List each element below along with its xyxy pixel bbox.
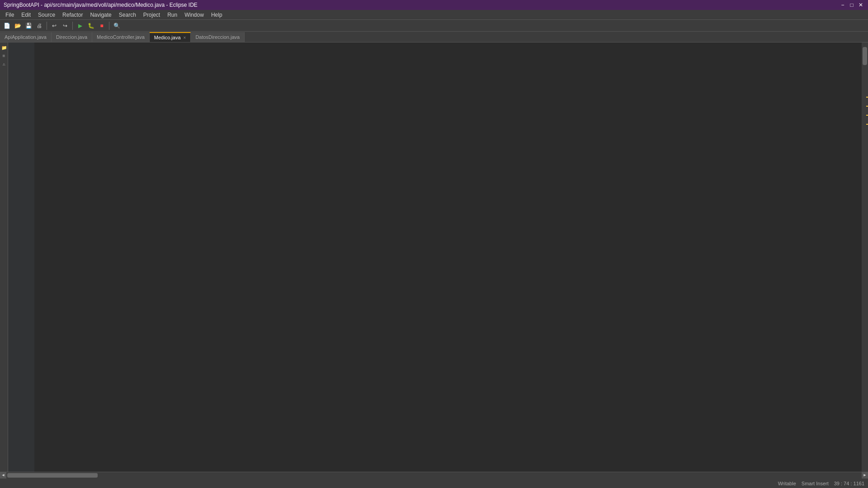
tab-ApiApplication-java[interactable]: ApiApplication.java [0,32,52,42]
status-bar: Writable Smart Insert 39 : 74 : 1161 [0,478,868,488]
code-editor[interactable] [34,42,862,472]
scroll-mark-warning-4 [866,124,868,125]
redo-button[interactable]: ↪ [60,21,70,31]
window-title: SpringBootAPI - api/src/main/java/med/vo… [4,2,198,8]
writable-status: Writable [778,481,796,486]
sidebar-package-explorer-icon[interactable]: 📁 [0,44,8,52]
tab-MedicoController-java[interactable]: MedicoController.java [92,32,150,42]
menu-item-window[interactable]: Window [181,11,208,19]
tab-bar: ApiApplication.javaDireccion.javaMedicoC… [0,32,868,42]
sidebar-outline-icon[interactable]: ≡ [0,52,8,60]
scroll-left-button[interactable]: ◀ [0,472,6,479]
horizontal-scrollbar[interactable]: ◀ ▶ [0,472,868,478]
toolbar-separator-3 [109,22,109,30]
menu-bar: FileEditSourceRefactorNavigateSearchProj… [0,10,868,20]
open-button[interactable]: 📂 [13,21,23,31]
debug-button[interactable]: 🐛 [86,21,96,31]
scrollbar-track[interactable] [6,472,862,479]
menu-item-navigate[interactable]: Navigate [86,11,115,19]
title-bar: SpringBootAPI - api/src/main/java/med/vo… [0,0,868,10]
tab-Direccion-java[interactable]: Direccion.java [52,32,92,42]
menu-item-search[interactable]: Search [115,11,140,19]
scroll-mark-warning-3 [866,115,868,116]
print-button[interactable]: 🖨 [34,21,44,31]
tab-DatosDireccion-java[interactable]: DatosDireccion.java [191,32,245,42]
sidebar-problems-icon[interactable]: ⚠ [0,61,8,68]
search-toolbar-button[interactable]: 🔍 [112,21,122,31]
toolbar-separator-2 [72,22,73,30]
status-right: Writable Smart Insert 39 : 74 : 1161 [778,481,864,486]
main-area: 📁 ≡ ⚠ [0,42,868,472]
new-button[interactable]: 📄 [2,21,12,31]
maximize-button[interactable]: □ [848,1,855,9]
position-status: 39 : 74 : 1161 [834,481,864,486]
vertical-scrollbar[interactable] [862,42,868,472]
menu-item-file[interactable]: File [2,11,18,19]
scroll-right-button[interactable]: ▶ [862,472,868,479]
menu-item-project[interactable]: Project [140,11,164,19]
tab-close-3[interactable]: × [184,35,186,40]
left-sidebar: 📁 ≡ ⚠ [0,42,8,472]
undo-button[interactable]: ↩ [49,21,59,31]
menu-item-edit[interactable]: Edit [18,11,34,19]
scroll-mark-warning-1 [866,97,868,98]
indicator-area [8,42,16,472]
minimize-button[interactable]: − [839,1,846,9]
line-numbers [16,42,34,472]
menu-item-refactor[interactable]: Refactor [59,11,86,19]
save-button[interactable]: 💾 [24,21,33,31]
close-button[interactable]: ✕ [857,1,864,9]
scroll-mark-warning-2 [866,106,868,107]
tab-Medico-java[interactable]: Medico.java× [150,32,191,42]
toolbar: 📄 📂 💾 🖨 ↩ ↪ ▶ 🐛 ■ 🔍 [0,20,868,32]
menu-item-run[interactable]: Run [164,11,181,19]
window-controls: − □ ✕ [839,1,864,9]
menu-item-source[interactable]: Source [34,11,59,19]
insert-mode-status: Smart Insert [802,481,829,486]
scroll-thumb[interactable] [863,47,867,65]
stop-button[interactable]: ■ [97,21,107,31]
scrollbar-thumb[interactable] [7,473,98,478]
editor-container [8,42,868,472]
menu-item-help[interactable]: Help [208,11,226,19]
toolbar-separator-1 [47,22,47,30]
run-button[interactable]: ▶ [75,21,85,31]
